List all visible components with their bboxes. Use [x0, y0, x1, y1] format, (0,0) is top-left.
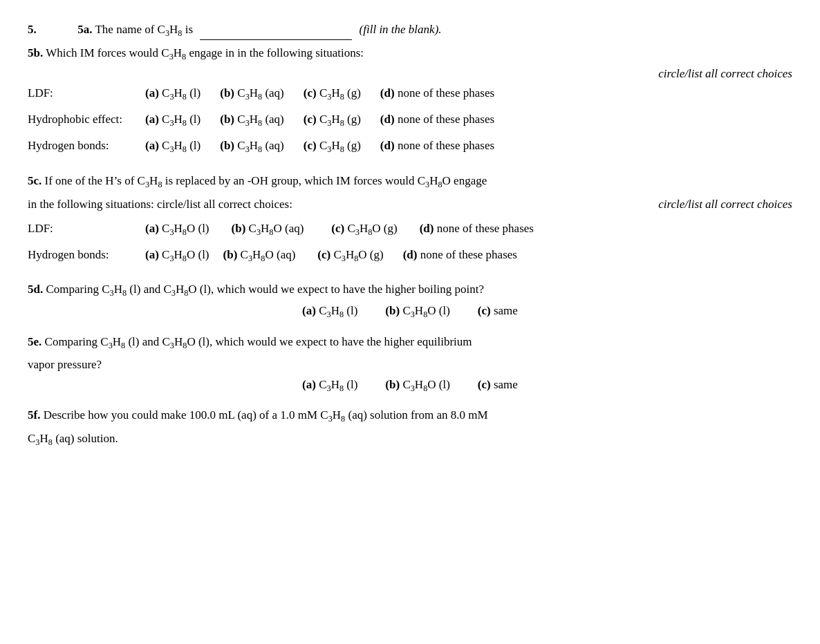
hydrophobic-choice-b: (b) C3H8 (aq) — [220, 110, 284, 131]
hbonds-5b-row: Hydrogen bonds: (a) C3H8 (l) (b) C3H8 (a… — [28, 136, 792, 157]
hydrophobic-label: Hydrophobic effect: — [28, 110, 145, 129]
hbonds-5b-choice-c: (c) C3H8 (g) — [304, 136, 361, 157]
part5f-text2: C3H8 (aq) solution. — [28, 432, 118, 445]
part5e-choice-b: (b) C3H8O (l) — [385, 378, 449, 394]
part5c-text1: If one of the H’s of C3H8 is replaced by… — [45, 174, 487, 187]
part5e-choice-a: (a) C3H8 (l) — [302, 378, 357, 394]
question-5-block: 5. 5a. The name of C3H8 is (fill in the … — [28, 21, 792, 449]
ldf-label: LDF: — [28, 84, 145, 102]
ldf-5c-label: LDF: — [28, 219, 145, 238]
part-5e-line1: 5e. Comparing C3H8 (l) and C3H8O (l), wh… — [28, 333, 792, 352]
hydrophobic-choice-c: (c) C3H8 (g) — [304, 110, 361, 131]
ldf-5c-choice-c: (c) C3H8O (g) — [331, 219, 397, 240]
part5c-label: 5c. — [28, 174, 41, 187]
part5d-choices: (a) C3H8 (l) (b) C3H8O (l) (c) same — [28, 304, 792, 320]
part-5c-line1: 5c. If one of the H’s of C3H8 is replace… — [28, 172, 792, 191]
hydrophobic-choice-a: (a) C3H8 (l) — [145, 110, 201, 131]
part5f-label: 5f. — [28, 408, 40, 422]
fill-blank — [200, 39, 352, 40]
part5e-choices: (a) C3H8 (l) (b) C3H8O (l) (c) same — [28, 378, 792, 394]
ldf-choice-c: (c) C3H8 (g) — [304, 84, 361, 104]
part-5f-line1: 5f. Describe how you could make 100.0 mL… — [28, 406, 792, 426]
ldf-5c-choice-b: (b) C3H8O (aq) — [232, 219, 304, 240]
part5b-text: Which IM forces would C3H8 engage in in … — [46, 46, 364, 59]
part-5e-line2: vapor pressure? — [28, 356, 792, 374]
fill-in-blank-label: (fill in the blank). — [360, 23, 442, 36]
part5f-text1: Describe how you could make 100.0 mL (aq… — [44, 408, 488, 422]
ldf-5c-choice-d: (d) none of these phases — [420, 219, 534, 238]
hbonds-5b-label: Hydrogen bonds: — [28, 136, 145, 155]
hbonds-5c-choice-b: (b) C3H8O (aq) — [223, 245, 296, 266]
part5e-choice-c: (c) same — [478, 378, 518, 394]
part-5b-line: 5b. Which IM forces would C3H8 engage in… — [28, 44, 792, 64]
ldf-5c-choice-a: (a) C3H8O (l) — [145, 219, 209, 240]
ldf-choice-b: (b) C3H8 (aq) — [220, 84, 284, 104]
hbonds-5b-choice-d: (d) none of these phases — [380, 136, 494, 155]
q5-number: 5. — [28, 23, 37, 36]
hbonds-5c-choice-d: (d) none of these phases — [403, 245, 517, 264]
ldf-choice-a: (a) C3H8 (l) — [145, 84, 201, 104]
part5d-text: Comparing C3H8 (l) and C3H8O (l), which … — [46, 283, 484, 296]
part-5c-line2: in the following situations: circle/list… — [28, 196, 792, 214]
part5d-choice-c: (c) same — [478, 304, 518, 320]
ldf-5c-row: LDF: (a) C3H8O (l) (b) C3H8O (aq) (c) C3… — [28, 219, 792, 240]
part5c-text2: in the following situations: circle/list… — [28, 196, 292, 214]
part5e-text2: vapor pressure? — [28, 358, 102, 371]
ldf-choice-d: (d) none of these phases — [380, 84, 494, 102]
part-5a-line: 5. 5a. The name of C3H8 is (fill in the … — [28, 21, 792, 40]
part5e-label: 5e. — [28, 335, 41, 348]
circle-note-5b: circle/list all correct choices — [28, 67, 792, 81]
part-5f-line2: C3H8 (aq) solution. — [28, 430, 792, 449]
hbonds-5b-choice-b: (b) C3H8 (aq) — [220, 136, 284, 157]
hbonds-5c-choice-a: (a) C3H8O (l) — [145, 245, 209, 266]
part5b-label: 5b. — [28, 46, 43, 59]
part5a-label: 5a. — [77, 23, 92, 36]
hbonds-5c-row: Hydrogen bonds: (a) C3H8O (l) (b) C3H8O … — [28, 245, 792, 266]
part5d-label: 5d. — [28, 283, 43, 296]
hydrophobic-choice-d: (d) none of these phases — [380, 110, 494, 129]
hydrophobic-row: Hydrophobic effect: (a) C3H8 (l) (b) C3H… — [28, 110, 792, 131]
part5d-choice-a: (a) C3H8 (l) — [302, 304, 357, 320]
part5a-text: The name of C3H8 is — [95, 23, 196, 36]
hbonds-5b-choice-a: (a) C3H8 (l) — [145, 136, 201, 157]
hbonds-5c-choice-c: (c) C3H8O (g) — [317, 245, 383, 266]
hbonds-5c-label: Hydrogen bonds: — [28, 245, 145, 264]
part-5d-line: 5d. Comparing C3H8 (l) and C3H8O (l), wh… — [28, 281, 792, 300]
part5d-choice-b: (b) C3H8O (l) — [385, 304, 449, 320]
circle-note-5c: circle/list all correct choices — [658, 196, 792, 214]
part5e-text1: Comparing C3H8 (l) and C3H8O (l), which … — [45, 335, 472, 348]
ldf-row: LDF: (a) C3H8 (l) (b) C3H8 (aq) (c) C3H8… — [28, 84, 792, 104]
